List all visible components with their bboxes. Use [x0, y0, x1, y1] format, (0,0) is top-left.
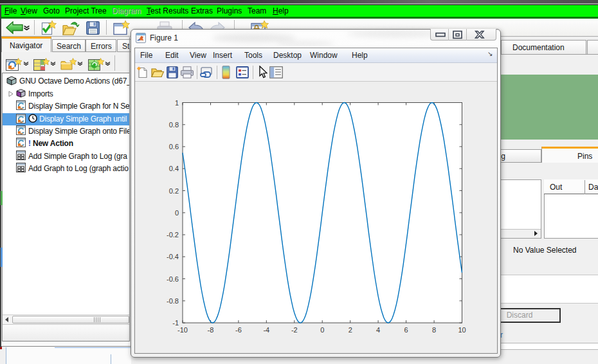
svg-text:-10: -10 — [177, 326, 188, 334]
svg-text:8: 8 — [432, 326, 436, 334]
svg-text:0.6: 0.6 — [169, 143, 179, 150]
svg-text:-6: -6 — [235, 326, 242, 334]
svg-text:-8: -8 — [208, 326, 214, 334]
svg-text:0.2: 0.2 — [169, 187, 179, 195]
svg-text:0.8: 0.8 — [169, 121, 179, 129]
svg-text:0: 0 — [175, 209, 179, 217]
svg-text:-4: -4 — [263, 326, 269, 334]
svg-text:10: 10 — [458, 326, 466, 334]
svg-text:4: 4 — [376, 326, 380, 334]
svg-text:2: 2 — [349, 326, 352, 334]
svg-text:6: 6 — [404, 326, 408, 334]
svg-text:-0.2: -0.2 — [167, 231, 179, 239]
svg-text:-0.4: -0.4 — [167, 253, 179, 260]
svg-text:-0.8: -0.8 — [167, 297, 179, 305]
svg-text:0.4: 0.4 — [169, 165, 179, 172]
svg-text:-1: -1 — [172, 319, 179, 327]
svg-text:-2: -2 — [291, 326, 298, 334]
svg-text:1: 1 — [175, 99, 179, 107]
svg-text:-0.6: -0.6 — [167, 275, 179, 283]
svg-text:0: 0 — [320, 326, 324, 334]
